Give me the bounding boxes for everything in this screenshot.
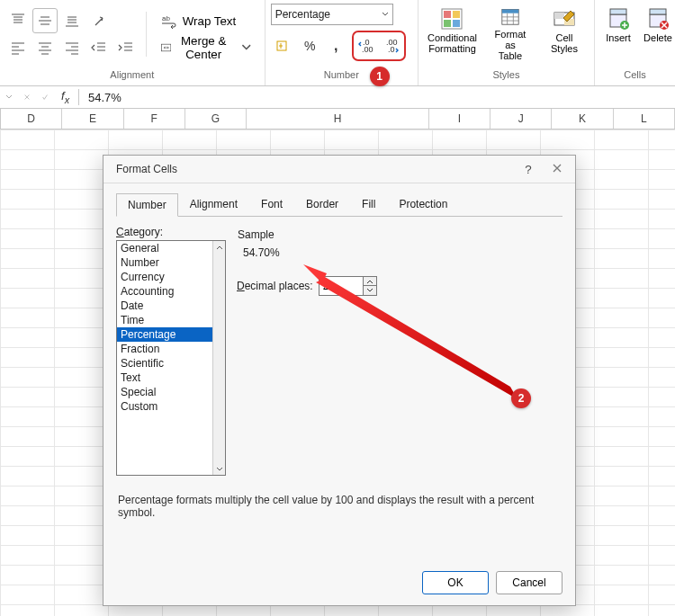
group-alignment: ab Wrap Text Merge & Center Alignment — [0, 0, 266, 85]
category-item-custom[interactable]: Custom — [117, 399, 213, 414]
orientation-button[interactable] — [86, 8, 112, 33]
conditional-formatting-button[interactable]: Conditional Formatting — [424, 4, 481, 65]
category-item-number[interactable]: Number — [117, 255, 213, 270]
align-center-button[interactable] — [32, 35, 58, 60]
fx-icon[interactable]: fx — [54, 89, 76, 105]
group-number: Percentage % , .0.00 .00.0 Number 1 — [266, 0, 418, 85]
column-header-H[interactable]: H — [247, 109, 429, 129]
svg-rect-1 — [161, 44, 170, 51]
annotation-badge-2: 2 — [511, 388, 531, 408]
align-left-button[interactable] — [5, 35, 31, 60]
cancel-button[interactable]: Cancel — [496, 571, 562, 594]
dialog-titlebar[interactable]: Format Cells ? — [104, 156, 575, 183]
group-cells: Insert Delete Cells — [595, 0, 675, 85]
number-format-dropdown[interactable]: Percentage — [271, 4, 393, 25]
svg-marker-25 — [303, 264, 518, 399]
category-item-currency[interactable]: Currency — [117, 270, 213, 284]
increase-decimal-button[interactable]: .0.00 — [355, 33, 378, 58]
column-header-E[interactable]: E — [62, 109, 123, 129]
svg-text:,: , — [334, 38, 338, 53]
category-item-text[interactable]: Text — [117, 370, 213, 385]
svg-rect-20 — [610, 9, 626, 14]
align-top-button[interactable] — [5, 8, 31, 33]
formula-bar-value[interactable]: 54.7% — [81, 91, 122, 104]
column-header-K[interactable]: K — [552, 109, 613, 129]
listbox-scrollbar[interactable] — [212, 241, 225, 475]
column-header-D[interactable]: D — [1, 109, 62, 129]
category-item-fraction[interactable]: Fraction — [117, 342, 213, 356]
svg-text:.00: .00 — [362, 45, 374, 54]
number-format-value: Percentage — [275, 8, 330, 21]
tab-font[interactable]: Font — [249, 192, 294, 216]
tab-protection[interactable]: Protection — [387, 192, 459, 216]
number-launcher-button[interactable] — [403, 73, 414, 84]
tab-alignment[interactable]: Alignment — [178, 192, 249, 216]
increase-indent-button[interactable] — [113, 35, 139, 60]
percent-style-button[interactable]: % — [298, 33, 323, 58]
accounting-format-button[interactable] — [271, 33, 296, 58]
svg-rect-11 — [453, 11, 460, 18]
svg-rect-10 — [444, 11, 451, 18]
namebox-dropdown-button[interactable] — [0, 88, 18, 106]
format-as-table-button[interactable]: Format as Table — [484, 4, 536, 65]
category-label: Category: — [116, 226, 226, 238]
category-item-general[interactable]: General — [117, 241, 213, 255]
column-header-I[interactable]: I — [429, 109, 490, 129]
delete-button[interactable]: Delete — [640, 4, 675, 65]
conditional-formatting-label: Conditional Formatting — [428, 32, 477, 54]
dialog-close-button[interactable] — [546, 158, 568, 180]
category-item-scientific[interactable]: Scientific — [117, 356, 213, 370]
column-header-F[interactable]: F — [124, 109, 185, 129]
enter-formula-button[interactable] — [36, 88, 54, 106]
decrease-indent-button[interactable] — [86, 35, 112, 60]
svg-text:.00: .00 — [386, 38, 398, 47]
ok-button[interactable]: OK — [422, 571, 489, 594]
decrease-decimal-button[interactable]: .00.0 — [380, 33, 403, 58]
merge-center-label: Merge & Center — [176, 34, 230, 61]
tab-number[interactable]: Number — [116, 193, 178, 217]
group-label-number: Number — [320, 69, 363, 80]
category-item-accounting[interactable]: Accounting — [117, 284, 213, 299]
align-bottom-button[interactable] — [59, 8, 85, 33]
svg-rect-2 — [277, 41, 286, 50]
category-item-time[interactable]: Time — [117, 313, 213, 327]
column-header-J[interactable]: J — [490, 109, 552, 129]
dialog-tabs: NumberAlignmentFontBorderFillProtection — [104, 183, 575, 216]
tab-border[interactable]: Border — [294, 192, 350, 216]
sample-value: 54.70% — [238, 243, 562, 263]
decimal-buttons-highlight: .0.00 .00.0 — [352, 31, 406, 61]
category-item-special[interactable]: Special — [117, 385, 213, 399]
comma-style-button[interactable]: , — [325, 33, 350, 58]
group-label-styles: Styles — [489, 69, 523, 80]
sample-label: Sample — [238, 228, 562, 241]
column-headers: DEFGHIJKL — [0, 109, 675, 129]
merge-center-button[interactable]: Merge & Center — [154, 35, 259, 60]
format-description: Percentage formats multiply the cell val… — [104, 485, 575, 528]
group-label-cells: Cells — [620, 69, 649, 80]
category-listbox[interactable]: GeneralNumberCurrencyAccountingDateTimeP… — [116, 240, 226, 476]
annotation-arrow — [303, 261, 528, 405]
dialog-help-button[interactable]: ? — [518, 158, 539, 180]
ribbon: ab Wrap Text Merge & Center Alignment Pe… — [0, 0, 675, 86]
svg-rect-12 — [444, 20, 451, 27]
alignment-launcher-button[interactable] — [250, 73, 261, 84]
format-as-table-label: Format as Table — [490, 29, 531, 61]
wrap-text-button[interactable]: ab Wrap Text — [154, 8, 259, 33]
cell-styles-button[interactable]: Cell Styles — [540, 4, 589, 65]
column-header-G[interactable]: G — [185, 109, 247, 129]
svg-rect-15 — [502, 10, 518, 13]
category-item-percentage[interactable]: Percentage — [117, 327, 213, 342]
align-middle-button[interactable] — [32, 8, 58, 33]
formula-bar: fx 54.7% — [0, 86, 675, 109]
align-right-button[interactable] — [59, 35, 85, 60]
svg-text:.0: .0 — [388, 45, 395, 54]
insert-button[interactable]: Insert — [600, 4, 636, 65]
cancel-formula-button[interactable] — [18, 88, 36, 106]
svg-rect-23 — [650, 9, 666, 14]
decimal-places-label: Decimal places: — [237, 280, 313, 292]
tab-fill[interactable]: Fill — [350, 192, 387, 216]
group-styles: Conditional Formatting Format as Table C… — [418, 0, 595, 85]
category-item-date[interactable]: Date — [117, 299, 213, 313]
column-header-L[interactable]: L — [614, 109, 675, 129]
svg-text:.0: .0 — [363, 38, 370, 47]
